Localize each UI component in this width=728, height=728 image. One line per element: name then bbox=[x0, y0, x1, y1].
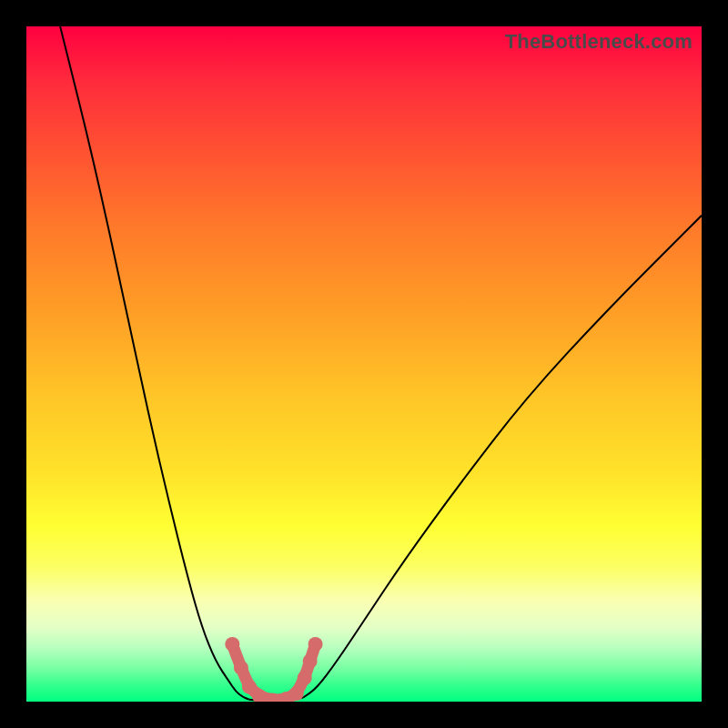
chart-svg bbox=[26, 26, 702, 702]
bottleneck-curve-right bbox=[303, 216, 702, 698]
outer-frame: TheBottleneck.com bbox=[0, 0, 728, 728]
valley-marker-dot bbox=[225, 637, 239, 652]
valley-marker-dot bbox=[234, 661, 248, 675]
valley-marker-dot bbox=[303, 653, 318, 668]
valley-marker-dot bbox=[298, 671, 312, 685]
plot-area: TheBottleneck.com bbox=[26, 26, 702, 702]
valley-marker-dot bbox=[289, 686, 304, 701]
bottleneck-curve-left bbox=[60, 26, 249, 700]
valley-marker-dot bbox=[308, 637, 323, 652]
